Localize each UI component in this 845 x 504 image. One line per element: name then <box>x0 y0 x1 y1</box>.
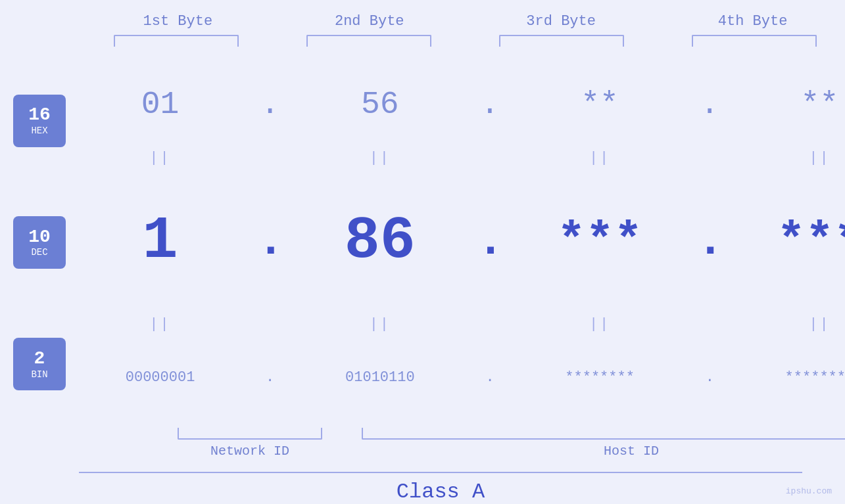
dec-dot1: . <box>257 216 283 267</box>
main-container: 1st Byte 2nd Byte 3rd Byte 4th Byte 16 H… <box>0 0 845 504</box>
dec-byte3-value: *** <box>557 214 642 268</box>
hex-byte4-cell: ** <box>754 87 845 122</box>
class-line <box>79 472 802 473</box>
dec-byte3-cell: *** <box>534 214 665 268</box>
equals-row-1: || || || || <box>79 150 845 166</box>
bin-dot3: . <box>696 369 723 386</box>
main-grid: 16 HEX 10 DEC 2 BIN 01 . <box>0 60 845 504</box>
bottom-section: Network ID Host ID <box>178 428 845 459</box>
bin-number: 2 <box>34 349 45 369</box>
watermark: ipshu.com <box>786 486 832 496</box>
dec-dot2: . <box>477 216 503 267</box>
byte1-header: 1st Byte <box>112 13 243 30</box>
bin-dot2: . <box>477 369 503 386</box>
dec-byte4-value: *** <box>777 214 845 268</box>
hex-badge: 16 HEX <box>13 95 66 147</box>
byte3-header: 3rd Byte <box>495 13 627 30</box>
dec-byte4-cell: *** <box>754 214 845 268</box>
bin-byte2-cell: 01010110 <box>314 369 446 386</box>
content-area: 01 . 56 . ** . ** <box>79 60 845 504</box>
class-footer: Class A <box>79 472 802 504</box>
hex-label: HEX <box>31 126 47 136</box>
top-brackets <box>104 35 827 47</box>
dec-row: 1 . 86 . *** . *** <box>79 166 845 316</box>
bottom-brackets <box>178 428 845 440</box>
hex-row: 01 . 56 . ** . ** <box>79 60 845 150</box>
hex-byte1-value: 01 <box>141 87 180 122</box>
hex-dot2: . <box>477 87 503 122</box>
hex-byte2-value: 56 <box>361 87 399 122</box>
hex-byte3-value: ** <box>581 87 619 122</box>
bracket-byte4 <box>692 35 817 47</box>
equals-row-2: || || || || <box>79 316 845 332</box>
bin-byte2-value: 01010110 <box>345 369 415 386</box>
hex-byte4-value: ** <box>801 87 839 122</box>
byte2-header: 2nd Byte <box>304 13 435 30</box>
hex-byte3-cell: ** <box>534 87 665 122</box>
bin-byte4-cell: ******** <box>754 369 845 386</box>
bracket-byte2 <box>306 35 431 47</box>
dec-byte1-value: 1 <box>143 208 178 275</box>
bottom-labels: Network ID Host ID <box>178 444 845 459</box>
dec-label: DEC <box>31 247 47 258</box>
host-bracket <box>362 428 845 440</box>
dec-number: 10 <box>28 227 51 248</box>
bin-row: 00000001 . 01010110 . ******** . <box>79 332 845 423</box>
left-labels: 16 HEX 10 DEC 2 BIN <box>0 60 79 504</box>
hex-byte1-cell: 01 <box>95 87 226 122</box>
bracket-byte3 <box>499 35 624 47</box>
bin-badge: 2 BIN <box>13 338 66 390</box>
network-id-label: Network ID <box>178 444 322 459</box>
bin-byte1-value: 00000001 <box>126 369 195 386</box>
bin-byte3-cell: ******** <box>534 369 665 386</box>
host-id-label: Host ID <box>362 444 845 459</box>
bin-label: BIN <box>31 369 47 380</box>
dec-byte2-cell: 86 <box>314 212 446 271</box>
byte4-header: 4th Byte <box>687 13 819 30</box>
bin-byte3-value: ******** <box>565 369 635 386</box>
bin-dot1: . <box>257 369 283 386</box>
class-label: Class A <box>79 480 802 504</box>
dec-badge: 10 DEC <box>13 216 66 269</box>
byte-headers: 1st Byte 2nd Byte 3rd Byte 4th Byte <box>104 13 827 30</box>
dec-byte1-cell: 1 <box>95 212 226 271</box>
hex-byte2-cell: 56 <box>314 87 446 122</box>
network-bracket <box>178 428 322 440</box>
dec-byte2-value: 86 <box>345 208 416 275</box>
bracket-byte1 <box>114 35 239 47</box>
hex-dot3: . <box>696 87 723 122</box>
dec-dot3: . <box>696 216 723 267</box>
hex-dot1: . <box>257 87 283 122</box>
bin-byte4-value: ******** <box>785 369 845 386</box>
bin-byte1-cell: 00000001 <box>95 369 226 386</box>
hex-number: 16 <box>28 105 51 126</box>
